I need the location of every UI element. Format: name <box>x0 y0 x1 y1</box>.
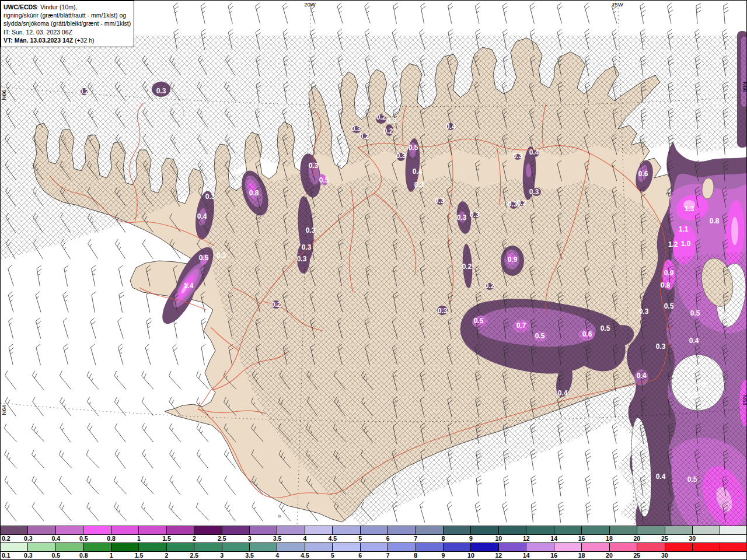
precip-value-label: 1.2 <box>668 240 678 249</box>
precip-value-label: 0.3 <box>156 87 166 95</box>
precip-value-label: 0.4 <box>529 148 539 156</box>
colorbar-segment <box>693 526 720 534</box>
colorbar-label: 5 <box>331 552 334 559</box>
colorbar-segment <box>111 543 139 551</box>
colorbar-segment <box>83 543 111 551</box>
colorbar-label: 8 <box>442 535 445 542</box>
colorbar-segment <box>333 526 360 534</box>
colorbar-segment <box>28 526 55 534</box>
colorbar-segment <box>554 543 582 551</box>
colorbar-segment <box>111 526 139 534</box>
colorbar-label: 20 <box>606 552 613 559</box>
latitude-label: N64 <box>1 405 7 415</box>
title-line-model: UWC/ECDS: Vindur (10m), <box>4 3 131 11</box>
precip-value-label: 0.4 <box>689 337 699 345</box>
colorbar-segment <box>665 526 693 534</box>
map-area: 0.30.20.30.40.80.30.50.30.30.30.30.51.40… <box>1 1 747 527</box>
precip-value-label: 0.3 <box>656 342 666 351</box>
precip-value-label: 0.4 <box>197 212 207 220</box>
title-line-init-time: IT: Sun. 12. 03. 2023 06Z <box>4 28 131 36</box>
colorbar-label: 0.5 <box>79 535 88 542</box>
precip-value-label: 0.5 <box>664 302 674 310</box>
colorbar-segment <box>665 543 693 551</box>
precip-value-label: 0.5 <box>690 309 700 317</box>
precip-value-label: 0.3 <box>529 188 539 196</box>
colorbar-label: 4.5 <box>329 535 337 542</box>
colorbar-label: 12 <box>495 552 502 559</box>
precip-value-label: 0.2 <box>271 300 281 309</box>
colorbar-segment <box>720 526 747 534</box>
colorbar-label: 25 <box>634 552 641 559</box>
precip-value-label: 0.5 <box>601 324 610 332</box>
precip-value-label: 0.5 <box>687 475 697 484</box>
colorbar-segment <box>610 526 637 534</box>
colorbar-segment <box>194 526 222 534</box>
colorbar-label: 10 <box>495 535 502 542</box>
colorbar-label: 14 <box>523 552 530 559</box>
model-name: UWC/ECDS <box>4 4 37 10</box>
iceland-weather-map: 0.30.20.30.40.80.30.50.30.30.30.30.51.40… <box>1 1 747 527</box>
colorbar-segment <box>526 526 554 534</box>
colorbar-label: 9 <box>469 535 473 542</box>
precip-scale-green-bar <box>1 542 747 552</box>
colorbar-segment <box>167 526 194 534</box>
precip-value-label: 0.3 <box>306 226 316 235</box>
forecast-title-box: UWC/ECDS: Vindur (10m), rigning/skúrir (… <box>1 1 134 47</box>
precip-scale-purple-labels: 0.20.30.40.50.811.522.533.544.5567891012… <box>1 535 747 542</box>
latitude-label: N66 <box>742 82 747 92</box>
colorbar-segment <box>56 543 83 551</box>
precip-value-label: 0.3 <box>302 243 312 251</box>
latitude-label: N66 <box>1 90 7 100</box>
colorbar-label: 12 <box>523 535 530 542</box>
colorbar-label: 4 <box>303 535 307 542</box>
colorbar-segment <box>526 543 554 551</box>
colorbar-label: 1 <box>137 535 141 542</box>
precip-value-label: 0.3 <box>217 251 226 260</box>
colorbar-segment <box>388 543 416 551</box>
latitude-label: N64 <box>742 395 747 405</box>
colorbar-label: 5 <box>358 535 362 542</box>
precip-value-label: 0.4 <box>413 167 423 176</box>
colorbar-label: 3.5 <box>245 552 254 559</box>
precip-value-label: 0.2 <box>485 282 495 290</box>
colorbar-segment <box>277 526 305 534</box>
precip-value-label: 0.4 <box>656 473 666 481</box>
precip-scale-purple-bar <box>1 526 747 535</box>
colorbar-segment <box>444 526 471 534</box>
precip-value-label: 0.3 <box>435 197 445 205</box>
precip-value-label: 0.3 <box>205 192 215 201</box>
precip-value-label: 0.3 <box>513 152 523 160</box>
colorbar-segment <box>554 526 582 534</box>
precip-value-label: 0.3 <box>470 211 480 219</box>
precip-value-label: 0.4 <box>637 372 647 380</box>
colorbar-label: 2 <box>193 535 196 542</box>
precip-value-label: 0.7 <box>516 321 526 330</box>
precip-value-label: 0.3 <box>696 380 706 388</box>
precip-value-label: 0.3 <box>309 162 319 170</box>
colorbar-label: 6 <box>386 535 390 542</box>
colorbar-segment <box>582 526 609 534</box>
precip-value-label: 0.3 <box>414 181 424 189</box>
colorbar-label: 0.1 <box>2 552 11 559</box>
precip-value-label: 1.1 <box>679 225 689 233</box>
colorbar-label: 3 <box>220 552 224 559</box>
colorbar-label: 1.5 <box>135 552 144 559</box>
colorbar-segment <box>1 526 28 534</box>
colorbar-segment <box>1 543 28 551</box>
colorbar-segment <box>222 543 250 551</box>
colorbar-segment <box>250 543 277 551</box>
colorbar-segment <box>416 543 444 551</box>
precip-value-label: 0.2 <box>79 88 89 96</box>
colorbar-label: 3.5 <box>273 535 282 542</box>
colorbar-segment <box>582 543 609 551</box>
precip-value-label: 0.2 <box>383 127 393 135</box>
colorbar-label: 2.5 <box>218 535 226 542</box>
precip-value-label: 0.8 <box>249 189 259 197</box>
precip-value-label: 0.2 <box>462 262 472 271</box>
colorbar-label: 1 <box>110 552 113 559</box>
precip-value-label: 0.8 <box>710 217 720 225</box>
title-line-valid-time: VT: Mán. 13.03.2023 14Z (+32 h) <box>4 36 131 44</box>
colorbar-label: 2 <box>165 552 169 559</box>
colorbar-segment <box>305 543 333 551</box>
precip-value-label: 0.2 <box>517 199 527 207</box>
